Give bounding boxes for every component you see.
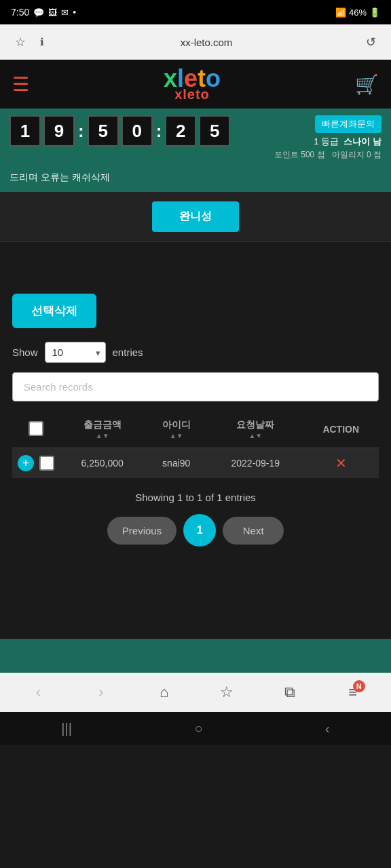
checkbox-header bbox=[12, 411, 60, 448]
confirm-button[interactable]: 완니성 bbox=[152, 201, 239, 232]
pagination-area: Showing 1 to 1 of 1 entries Previous 1 N… bbox=[0, 478, 391, 557]
table-wrapper: 출금금액 ▲▼ 아이디 ▲▼ 요청날짜 ▲▼ bbox=[0, 411, 391, 478]
info-bar: 1 9 : 5 0 : 2 5 빠른계좌문의 1 등급 스나이 남 포인트 50… bbox=[0, 108, 391, 167]
sys-back-btn[interactable]: ‹ bbox=[325, 721, 330, 736]
logo-area: xleto xleto bbox=[164, 66, 221, 102]
search-input[interactable] bbox=[12, 372, 379, 401]
showing-text: Showing 1 to 1 of 1 entries bbox=[12, 492, 379, 503]
col-amount: 출금금액 ▲▼ bbox=[60, 411, 145, 448]
tabs-button[interactable]: ⧉ bbox=[275, 677, 305, 707]
col-id: 아이디 ▲▼ bbox=[145, 411, 208, 448]
entries-label: entries bbox=[113, 347, 143, 358]
pagination-buttons: Previous 1 Next bbox=[12, 514, 379, 547]
select-all-checkbox[interactable] bbox=[29, 421, 43, 436]
user-info: 빠른계좌문의 1 등급 스나이 남 포인트 500 점 마일리지 0 점 bbox=[274, 115, 381, 161]
cell-date: 2022-09-19 bbox=[208, 448, 303, 479]
count-s1: 2 bbox=[165, 115, 196, 146]
spacer-top bbox=[0, 242, 391, 283]
entries-select-wrapper: 10 25 50 100 bbox=[45, 342, 106, 363]
sys-menu-btn[interactable]: ||| bbox=[61, 721, 72, 736]
browser-nav: ‹ › ⌂ ☆ ⧉ ≡ N bbox=[0, 673, 391, 712]
notice-bar: 드리며 오류는 캐쉬삭제 bbox=[0, 167, 391, 192]
quick-contact-btn[interactable]: 빠른계좌문의 bbox=[315, 115, 381, 133]
message-icon: ✉ bbox=[61, 7, 69, 18]
browser-bar: ☆ ℹ xx-leto.com ↺ bbox=[0, 24, 391, 60]
top-button-area: 완니성 bbox=[0, 192, 391, 242]
dot-icon: • bbox=[73, 7, 76, 18]
row-controls: + bbox=[18, 455, 54, 471]
show-label: Show bbox=[12, 347, 38, 358]
home-button[interactable]: ⌂ bbox=[149, 677, 179, 707]
battery-icon: 🔋 bbox=[369, 7, 380, 18]
sys-home-btn[interactable]: ○ bbox=[194, 721, 202, 736]
chat-icon: 💬 bbox=[33, 7, 44, 18]
data-table: 출금금액 ▲▼ 아이디 ▲▼ 요청날짜 ▲▼ bbox=[12, 411, 379, 478]
count-m2: 0 bbox=[122, 115, 153, 146]
count-sep2: : bbox=[156, 121, 162, 142]
count-s2: 5 bbox=[199, 115, 230, 146]
sort-date[interactable]: ▲▼ bbox=[248, 433, 262, 439]
count-h2: 9 bbox=[43, 115, 75, 146]
count-h1: 1 bbox=[10, 115, 41, 146]
cell-amount: 6,250,000 bbox=[60, 448, 145, 479]
col-date: 요청날짜 ▲▼ bbox=[208, 411, 303, 448]
col-action: ACTION bbox=[303, 411, 379, 448]
table-body: + 6,250,000 snai90 2022-09-19 ✕ bbox=[12, 448, 379, 479]
gallery-icon: 🖼 bbox=[48, 7, 57, 18]
delete-selected-button[interactable]: 선택삭제 bbox=[12, 294, 96, 328]
signal-icon: 📶 bbox=[335, 7, 346, 18]
bottom-spacer bbox=[0, 557, 391, 639]
cart-icon[interactable]: 🛒 bbox=[355, 73, 379, 96]
battery-level: 46% bbox=[349, 7, 367, 18]
table-controls: Show 10 25 50 100 entries bbox=[0, 342, 391, 411]
back-button[interactable]: ‹ bbox=[23, 677, 53, 707]
system-nav: ||| ○ ‹ bbox=[0, 712, 391, 745]
site-header: ☰ xleto xleto 🛒 bbox=[0, 60, 391, 108]
user-points: 포인트 500 점 마일리지 0 점 bbox=[274, 149, 381, 161]
menu-icon[interactable]: ☰ bbox=[12, 73, 29, 96]
delete-btn-area: 선택삭제 bbox=[0, 283, 391, 342]
forward-button[interactable]: › bbox=[86, 677, 116, 707]
page-1-button[interactable]: 1 bbox=[183, 514, 216, 547]
table-header: 출금금액 ▲▼ 아이디 ▲▼ 요청날짜 ▲▼ bbox=[12, 411, 379, 448]
sort-amount[interactable]: ▲▼ bbox=[96, 433, 109, 439]
status-time: 7:50 bbox=[11, 7, 29, 18]
notification-badge: N bbox=[353, 680, 365, 692]
bottom-teal-bar bbox=[0, 639, 391, 673]
menu-button[interactable]: ≡ N bbox=[338, 677, 368, 707]
bookmark-button[interactable]: ☆ bbox=[212, 677, 242, 707]
delete-row-button[interactable]: ✕ bbox=[335, 455, 347, 471]
notice-text: 드리며 오류는 캐쉬삭제 bbox=[10, 172, 110, 182]
sort-id[interactable]: ▲▼ bbox=[170, 433, 183, 439]
previous-button[interactable]: Previous bbox=[107, 517, 176, 545]
next-button[interactable]: Next bbox=[223, 517, 284, 545]
cell-action: ✕ bbox=[303, 448, 379, 479]
cell-id: snai90 bbox=[145, 448, 208, 479]
count-sep1: : bbox=[78, 121, 84, 142]
row-checkbox[interactable] bbox=[39, 456, 54, 471]
status-bar: 7:50 💬 🖼 ✉ • 📶 46% 🔋 bbox=[0, 0, 391, 24]
logo-icon: xleto bbox=[164, 66, 221, 91]
browser-url[interactable]: xx-leto.com bbox=[53, 37, 360, 48]
row-controls-cell: + bbox=[12, 448, 60, 479]
user-grade: 1 등급 스나이 남 bbox=[274, 136, 381, 148]
browser-star-btn[interactable]: ☆ bbox=[10, 31, 31, 53]
table-row: + 6,250,000 snai90 2022-09-19 ✕ bbox=[12, 448, 379, 479]
browser-info-btn[interactable]: ℹ bbox=[31, 31, 53, 53]
countdown: 1 9 : 5 0 : 2 5 bbox=[10, 115, 230, 146]
browser-refresh-btn[interactable]: ↺ bbox=[360, 31, 381, 53]
show-entries-row: Show 10 25 50 100 entries bbox=[12, 342, 379, 363]
count-m1: 5 bbox=[88, 115, 119, 146]
expand-row-button[interactable]: + bbox=[18, 455, 34, 471]
entries-select[interactable]: 10 25 50 100 bbox=[45, 342, 106, 363]
